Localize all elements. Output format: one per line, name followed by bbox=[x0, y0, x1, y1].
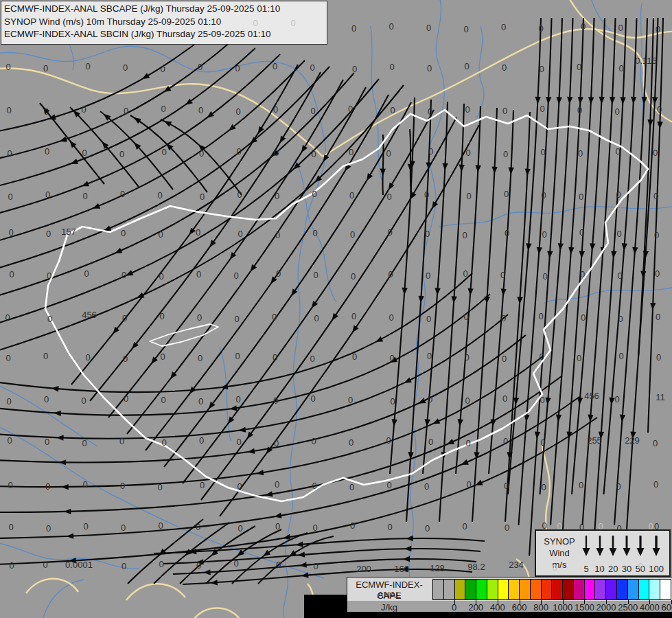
grid-value: 128 bbox=[430, 563, 445, 573]
wind-speed-entry: 5 bbox=[581, 534, 591, 574]
grid-value-zero: 0 bbox=[198, 353, 202, 363]
grid-value-zero: 0 bbox=[351, 311, 356, 321]
grid-value-zero: 0 bbox=[198, 105, 203, 115]
grid-value-zero: 0 bbox=[617, 271, 622, 281]
cape-color-cell bbox=[574, 580, 585, 599]
grid-value-zero: 0 bbox=[9, 560, 14, 571]
grid-value-zero: 0 bbox=[389, 21, 393, 32]
grid-value-zero: 0 bbox=[501, 313, 506, 323]
grid-value-zero: 0 bbox=[312, 481, 316, 491]
grid-value-zero: 0 bbox=[653, 148, 658, 158]
grid-value-zero: 0 bbox=[85, 61, 90, 71]
grid-value-zero: 0 bbox=[503, 149, 508, 159]
wind-legend-param: Wind bbox=[549, 547, 570, 559]
grid-value-zero: 0 bbox=[465, 438, 470, 448]
grid-value-zero: 0 bbox=[272, 312, 277, 322]
grid-value-zero: 0 bbox=[274, 148, 279, 158]
grid-value-zero: 0 bbox=[387, 227, 392, 238]
grid-value-zero: 0 bbox=[655, 268, 660, 279]
grid-value-zero: 0 bbox=[351, 271, 356, 282]
grid-value-zero-light: 0 bbox=[638, 561, 642, 571]
grid-value: 0.115 bbox=[635, 56, 657, 66]
grid-value-zero: 0 bbox=[502, 62, 507, 73]
grid-value-zero: 0 bbox=[200, 192, 205, 202]
wind-speed-label: 30 bbox=[622, 564, 632, 574]
grid-value-zero: 0 bbox=[82, 191, 87, 201]
grid-value-zero: 0 bbox=[350, 520, 355, 531]
grid-value-zero: 0 bbox=[121, 270, 126, 280]
grid-value-zero: 0 bbox=[464, 352, 469, 363]
grid-value-zero: 0 bbox=[351, 23, 356, 34]
grid-value-zero: 0 bbox=[310, 106, 315, 116]
grid-value-zero: 0 bbox=[579, 192, 583, 202]
grid-value-zero: 0 bbox=[124, 106, 128, 116]
grid-value-zero: 0 bbox=[310, 62, 314, 73]
grid-value-zero: 0 bbox=[233, 558, 238, 569]
cape-tick-label: 200 bbox=[468, 602, 483, 613]
grid-value-zero: 0 bbox=[577, 353, 581, 363]
cape-tick-label: 1500 bbox=[575, 602, 594, 613]
grid-value-zero: 0 bbox=[426, 271, 430, 281]
grid-value-zero: 0 bbox=[7, 435, 12, 446]
cape-color-cell bbox=[465, 580, 476, 599]
grid-value: 456 bbox=[82, 310, 97, 320]
grid-value-zero: 0 bbox=[502, 393, 507, 404]
grid-value-zero: 0 bbox=[200, 480, 205, 490]
grid-value-zero: 0 bbox=[578, 148, 583, 159]
cape-color-cell bbox=[595, 580, 606, 599]
grid-value-zero: 0 bbox=[235, 63, 240, 73]
grid-value-zero: 0 bbox=[348, 104, 353, 114]
grid-value-zero: 0 bbox=[45, 437, 49, 447]
grid-value-zero: 0 bbox=[615, 146, 620, 157]
wind-speed-arrow-icon bbox=[581, 534, 591, 557]
grid-value-zero: 0 bbox=[310, 354, 314, 364]
cape-color-cell bbox=[649, 580, 660, 599]
wind-speed-entry: 100 bbox=[649, 534, 664, 574]
grid-value-zero: 0 bbox=[540, 437, 545, 448]
grid-value-zero: 0 bbox=[463, 24, 468, 34]
grid-value-zero: 0 bbox=[540, 395, 544, 405]
grid-value-zero: 0 bbox=[577, 105, 582, 115]
grid-value-zero: 0 bbox=[9, 269, 14, 279]
grid-value-zero: 0 bbox=[120, 481, 125, 491]
grid-value-zero: 0 bbox=[654, 230, 659, 240]
grid-value-zero: 0 bbox=[656, 24, 660, 34]
grid-value-zero: 0 bbox=[311, 436, 316, 446]
grid-value-zero: 0 bbox=[579, 480, 583, 490]
grid-value-zero: 0 bbox=[614, 394, 619, 404]
grid-value-zero: 0 bbox=[161, 395, 165, 405]
grid-value-zero: 0 bbox=[198, 62, 202, 72]
grid-value-zero-light: 0 bbox=[290, 18, 295, 28]
grid-value-zero: 0 bbox=[8, 227, 13, 238]
grid-value-zero: 0 bbox=[390, 396, 395, 407]
grid-value-zero: 0 bbox=[426, 314, 431, 324]
grid-value-zero: 0 bbox=[425, 229, 430, 239]
grid-value-zero: 0 bbox=[44, 106, 49, 117]
grid-value-zero: 0 bbox=[616, 229, 621, 239]
grid-value-zero-light: 0 bbox=[598, 564, 603, 574]
grid-value-zero: 0 bbox=[653, 191, 658, 201]
grid-value: 200 bbox=[356, 564, 371, 574]
grid-value: 0 bbox=[43, 560, 47, 570]
grid-value-zero: 0 bbox=[387, 522, 392, 532]
title-line-sbcin: ECMWF-INDEX-ANAL SBCIN (J/kg) Thursday 2… bbox=[4, 28, 323, 41]
grid-value-zero: 0 bbox=[273, 352, 277, 363]
cape-color-cell bbox=[617, 580, 628, 599]
cape-tick-label: 0 bbox=[452, 602, 456, 613]
grid-value-zero: 0 bbox=[47, 314, 52, 324]
grid-value: 98.2 bbox=[467, 562, 485, 572]
grid-value-zero: 0 bbox=[505, 228, 509, 238]
grid-value-zero: 0 bbox=[161, 104, 165, 114]
grid-value-zero: 0 bbox=[542, 229, 546, 240]
grid-value-zero: 0 bbox=[616, 190, 621, 200]
grid-value-zero: 0 bbox=[7, 148, 12, 159]
grid-value-zero: 0 bbox=[237, 190, 242, 200]
grid-value-zero: 0 bbox=[312, 523, 317, 533]
grid-value-zero: 0 bbox=[428, 437, 433, 447]
grid-value-zero: 0 bbox=[541, 482, 546, 492]
grid-value-zero: 0 bbox=[8, 522, 13, 532]
grid-value-zero: 0 bbox=[275, 479, 279, 490]
grid-value-zero: 0 bbox=[275, 521, 280, 531]
cape-tick-label: 1000 bbox=[553, 602, 572, 613]
grid-value-zero: 0 bbox=[47, 271, 51, 281]
